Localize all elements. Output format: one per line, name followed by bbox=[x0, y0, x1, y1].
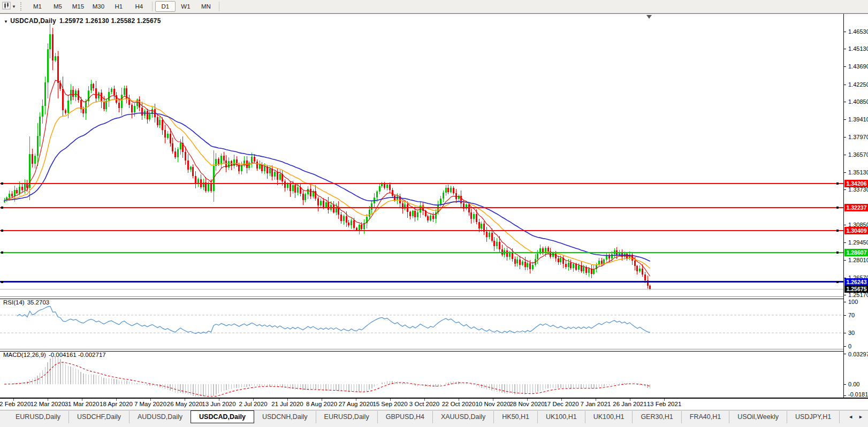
chart-ohlc-values: 1.25972 1.26130 1.25582 1.25675 bbox=[59, 17, 161, 25]
time-axis-date: 8 Aug 2020 bbox=[306, 401, 337, 407]
chart-tab-hk50-h1[interactable]: HK50,H1 bbox=[493, 411, 537, 423]
trading-terminal-window: ▼ M1M5M15M30H1H4D1W1MN ▼USDCAD,Daily1.25… bbox=[0, 0, 868, 427]
collapse-arrow-icon[interactable]: ▼ bbox=[4, 19, 8, 24]
price-level-badge: 1.26243 bbox=[844, 278, 868, 286]
price-tick-label: 1.28010 bbox=[848, 257, 868, 263]
price-tick bbox=[844, 119, 846, 120]
price-level-badge: 1.34206 bbox=[844, 180, 868, 187]
chart-tabs: EURUSD,DailyUSDCHF,DailyAUDUSD,DailyUSDC… bbox=[0, 410, 846, 423]
timeframe-button-mn[interactable]: MN bbox=[196, 1, 216, 12]
price-tick-label: 1.46530 bbox=[848, 28, 868, 35]
time-axis-date: 13 Feb 2021 bbox=[647, 401, 682, 407]
time-axis-date: 13 Jun 2020 bbox=[202, 401, 235, 407]
bear-candle-bodies bbox=[11, 34, 651, 288]
timeframe-button-h4[interactable]: H4 bbox=[129, 1, 149, 12]
time-axis-date: 26 May 2020 bbox=[167, 401, 203, 407]
price-tick bbox=[844, 66, 846, 67]
rsi-indicator-canvas[interactable] bbox=[0, 298, 843, 349]
bear-candle-wicks bbox=[12, 28, 650, 290]
macd-name: MACD(12,26,9) bbox=[3, 352, 46, 358]
price-tick bbox=[844, 189, 846, 190]
chart-tab-usdcnh-daily[interactable]: USDCNH,Daily bbox=[254, 411, 316, 423]
chart-tab-fra40-h1[interactable]: FRA40,H1 bbox=[681, 411, 729, 423]
price-tick-label: 1.42250 bbox=[848, 81, 868, 88]
price-tick bbox=[844, 49, 846, 49]
moving-average-ma-slow bbox=[4, 113, 650, 261]
rsi-name: RSI(14) bbox=[3, 299, 25, 306]
chart-tab-uk100-h1[interactable]: UK100,H1 bbox=[585, 411, 633, 423]
price-level-badge: 1.30409 bbox=[844, 227, 868, 234]
chart-tab-usdjpy-h1[interactable]: USDJPY,H1 bbox=[787, 411, 839, 423]
time-axis-date: 12 Mar 2020 bbox=[31, 401, 65, 407]
chart-tab-usdcad-daily[interactable]: USDCAD,Daily bbox=[191, 410, 254, 423]
macd-indicator-label: MACD(12,26,9)-0.004161 -0.002717 bbox=[3, 352, 109, 358]
rsi-indicator-label: RSI(14)35.2703 bbox=[3, 299, 52, 306]
macd-tick-label: 0.00 bbox=[848, 381, 859, 387]
tab-scroll-left-icon[interactable]: ◄ bbox=[846, 413, 856, 421]
current-price-badge: 1.25675 bbox=[844, 285, 868, 293]
price-chart-canvas[interactable] bbox=[0, 14, 843, 296]
time-axis-date: 31 Mar 2020 bbox=[65, 401, 100, 407]
price-axis[interactable]: 1.465301.451301.436901.422501.408501.394… bbox=[843, 14, 868, 398]
macd-tick bbox=[844, 384, 846, 385]
rsi-tick bbox=[844, 315, 846, 316]
rsi-tick bbox=[844, 302, 846, 302]
time-axis-date: 2 Jul 2020 bbox=[239, 401, 267, 407]
chart-tab-gbpusd-h4[interactable]: GBPUSD,H4 bbox=[377, 411, 432, 423]
rsi-tick-label: 70 bbox=[848, 312, 855, 318]
bull-candle-bodies bbox=[4, 34, 641, 274]
macd-indicator-canvas[interactable] bbox=[0, 350, 843, 398]
price-tick bbox=[844, 155, 846, 155]
price-tick bbox=[844, 242, 846, 243]
timeframe-button-m15[interactable]: M15 bbox=[68, 1, 88, 12]
moving-average-ma-fast bbox=[4, 80, 650, 276]
timeframe-button-w1[interactable]: W1 bbox=[176, 1, 196, 12]
rsi-tick bbox=[844, 333, 846, 333]
price-tick bbox=[844, 102, 846, 102]
chart-type-control[interactable]: ▼ bbox=[2, 2, 18, 12]
macd-tick bbox=[844, 395, 846, 396]
timeframe-button-m30[interactable]: M30 bbox=[88, 1, 109, 12]
rsi-tick-label: 100 bbox=[848, 299, 858, 305]
timeframe-button-m1[interactable]: M1 bbox=[27, 1, 48, 12]
price-tick bbox=[844, 225, 846, 225]
price-tick bbox=[844, 32, 846, 32]
timeframe-button-d1[interactable]: D1 bbox=[155, 1, 176, 12]
chart-tab-usdchf-daily[interactable]: USDCHF,Daily bbox=[68, 411, 129, 423]
chart-tab-xauusd-daily[interactable]: XAUUSD,Daily bbox=[432, 411, 493, 423]
chart-tab-eurusd-daily[interactable]: EURUSD,Daily bbox=[7, 411, 68, 423]
candlestick-chart-icon[interactable] bbox=[2, 2, 11, 12]
toolbar-separator bbox=[152, 2, 153, 11]
toolbar-grip[interactable] bbox=[20, 2, 23, 11]
time-axis-date: 22 Feb 2020 bbox=[0, 401, 31, 407]
time-axis-date: 10 Nov 2020 bbox=[475, 401, 510, 407]
price-level-badge: 1.32237 bbox=[844, 204, 868, 211]
chart-shift-marker[interactable] bbox=[646, 15, 652, 19]
price-tick-label: 1.36570 bbox=[848, 151, 868, 158]
price-tick-label: 1.39410 bbox=[848, 116, 868, 123]
macd-values: -0.004161 -0.002717 bbox=[49, 352, 106, 358]
chart-tab-uk100-h1[interactable]: UK100,H1 bbox=[537, 411, 585, 423]
macd-tick-label: 0.032972 bbox=[848, 351, 868, 357]
chart-tab-audusd-daily[interactable]: AUDUSD,Daily bbox=[129, 411, 191, 423]
chart-tab-bar: EURUSD,DailyUSDCHF,DailyAUDUSD,DailyUSDC… bbox=[0, 410, 868, 427]
price-level-badge: 1.28607 bbox=[844, 249, 868, 256]
chart-symbol-label: USDCAD,Daily bbox=[10, 17, 56, 25]
time-axis-date: 22 Oct 2020 bbox=[442, 401, 476, 407]
timeframe-button-h1[interactable]: H1 bbox=[109, 1, 129, 12]
time-axis-date: 27 Aug 2020 bbox=[339, 401, 374, 407]
time-axis-date: 3 Oct 2020 bbox=[409, 401, 439, 407]
price-tick bbox=[844, 260, 846, 261]
tab-scroll-right-icon[interactable]: ► bbox=[856, 413, 866, 421]
timeframe-button-m5[interactable]: M5 bbox=[48, 1, 68, 12]
chevron-down-icon[interactable]: ▼ bbox=[12, 4, 16, 9]
chart-tab-usoil-weekly[interactable]: USOil,Weekly bbox=[729, 411, 787, 423]
rsi-tick bbox=[844, 346, 846, 347]
rsi-value: 35.2703 bbox=[27, 299, 50, 306]
price-tick-label: 1.35130 bbox=[848, 169, 868, 176]
price-tick-label: 1.45130 bbox=[848, 45, 868, 52]
time-axis[interactable]: 22 Feb 202012 Mar 202031 Mar 202018 Apr … bbox=[0, 399, 843, 410]
chart-tab-dj30-daily[interactable]: DJ30,Daily bbox=[839, 411, 846, 423]
chart-tab-ger30-h1[interactable]: GER30,H1 bbox=[632, 411, 681, 423]
chart-tab-eurusd-daily[interactable]: EURUSD,Daily bbox=[316, 411, 377, 423]
